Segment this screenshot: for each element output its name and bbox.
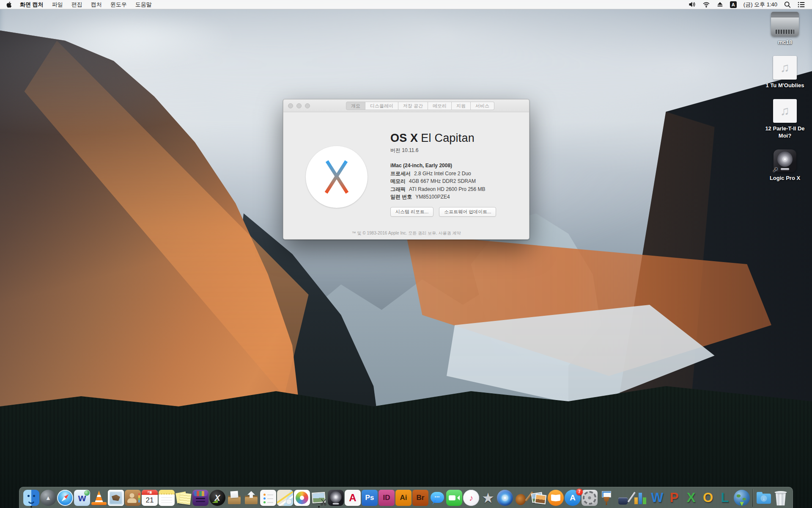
dock-app-acrobat[interactable]: A <box>344 488 361 508</box>
vlc-icon <box>91 490 107 506</box>
dock-app-toast[interactable] <box>192 488 209 508</box>
menu-capture[interactable]: 캡처 <box>87 0 106 9</box>
x-glyph: X <box>214 493 220 503</box>
dock-app-garageband[interactable] <box>513 488 530 508</box>
spec-value: 2.8 GHz Intel Core 2 Duo <box>414 171 471 177</box>
notes-icon <box>159 490 175 506</box>
menu-edit[interactable]: 편집 <box>67 0 87 9</box>
dock-app-vlc[interactable] <box>91 488 107 508</box>
logic-pro-icon: ↗ <box>774 149 796 172</box>
input-source-menu[interactable]: A <box>727 0 740 9</box>
tab-memory[interactable]: 메모리 <box>428 102 452 110</box>
dock-app-safari[interactable] <box>57 488 74 508</box>
dock-app-itunes[interactable]: ♪ <box>463 488 480 508</box>
close-button[interactable] <box>288 103 293 108</box>
dock-app-quarkxpress[interactable]: X <box>209 488 226 508</box>
dock-app-reminders[interactable] <box>260 488 277 508</box>
dock-app-logic-pro[interactable] <box>327 488 344 508</box>
tab-displays[interactable]: 디스플레이 <box>365 102 398 110</box>
software-update-button[interactable]: 소프트웨어 업데이트... <box>439 207 496 217</box>
dock-app-w-globe[interactable]: w <box>74 488 91 508</box>
window-titlebar[interactable]: 개요 디스플레이 저장 공간 메모리 지원 서비스 <box>283 99 529 112</box>
dock-app-indesign[interactable]: ID <box>378 488 395 508</box>
dock-app-photoshop[interactable]: Ps <box>361 488 378 508</box>
dock-app-lync[interactable]: L <box>716 488 733 508</box>
dock-app-imovie[interactable]: ★ <box>480 488 497 508</box>
zoom-button[interactable] <box>305 103 310 108</box>
menu-window[interactable]: 윈도우 <box>106 0 131 9</box>
tab-service[interactable]: 서비스 <box>471 102 494 110</box>
spotlight-menu[interactable] <box>781 0 794 9</box>
tab-support[interactable]: 지원 <box>452 102 471 110</box>
dock-app-finder[interactable] <box>23 488 40 508</box>
mail-icon <box>108 490 124 506</box>
menu-file[interactable]: 파일 <box>48 0 67 9</box>
id-glyph: ID <box>383 494 390 502</box>
dock-app-mail[interactable] <box>107 488 124 508</box>
dock-app-word[interactable]: W <box>649 488 666 508</box>
dock-app-system-preferences[interactable] <box>581 488 598 508</box>
desktop-icon-label: mc18 <box>759 39 811 46</box>
dock-app-ibooks[interactable] <box>547 488 564 508</box>
ai-glyph: Ai <box>400 494 407 502</box>
volume-menu[interactable] <box>685 0 699 9</box>
dock-downloads-folder[interactable]: ↓ <box>755 488 772 508</box>
tab-overview[interactable]: 개요 <box>346 102 365 110</box>
system-info-panel: OS XEl Capitan 버전 10.11.6 iMac (24-inch,… <box>390 132 524 217</box>
keynote-icon <box>598 490 614 506</box>
numbers-icon <box>632 490 648 506</box>
desktop-icon-mc18[interactable]: mc18 <box>759 12 811 46</box>
dock-app-screen-capture[interactable] <box>310 488 327 508</box>
dock-app-archive-pack[interactable] <box>243 488 260 508</box>
system-report-button[interactable]: 시스템 리포트... <box>390 207 433 217</box>
dock-app-illustrator[interactable]: Ai <box>395 488 412 508</box>
dock-app-photos[interactable] <box>294 488 310 508</box>
dock-app-calendar[interactable]: 7월21 <box>141 488 158 508</box>
notification-center-menu[interactable] <box>794 0 809 9</box>
dock-app-messages[interactable]: ••• <box>429 488 446 508</box>
spec-label: 프로세서 <box>390 171 411 177</box>
wifi-menu[interactable] <box>699 0 713 9</box>
dock-app-outlook[interactable]: O <box>700 488 716 508</box>
dock-app-bridge[interactable]: Br <box>412 488 429 508</box>
tab-storage[interactable]: 저장 공간 <box>398 102 428 110</box>
dock-app-powerpoint[interactable]: P <box>666 488 683 508</box>
dock-app-stickies[interactable] <box>175 488 192 508</box>
dock-app-archive-open[interactable] <box>226 488 243 508</box>
dock-app-excel[interactable]: X <box>683 488 700 508</box>
dock-app-contacts[interactable] <box>124 488 141 508</box>
desktop-icon-audio-file-2[interactable]: ♫ 12 Parle-T-Il De Moi? <box>759 99 811 140</box>
garageband-icon <box>514 490 530 506</box>
dock-app-notes[interactable] <box>158 488 175 508</box>
download-arrow-glyph: ↓ <box>761 495 767 502</box>
powerpoint-icon: P <box>666 490 682 506</box>
dock-app-pages[interactable] <box>615 488 632 508</box>
trash-icon <box>773 490 789 506</box>
apple-menu[interactable] <box>0 0 16 9</box>
minimize-button[interactable] <box>296 103 302 108</box>
dock-app-launchpad[interactable]: ▲ <box>40 488 57 508</box>
menu-app-name[interactable]: 화면 캡처 <box>16 0 48 9</box>
dock-app-maps[interactable] <box>277 488 294 508</box>
dock-app-idvd[interactable] <box>497 488 513 508</box>
about-window-body: OS XEl Capitan 버전 10.11.6 iMac (24-inch,… <box>283 112 529 240</box>
dock-separator <box>752 489 753 507</box>
toast-icon <box>192 490 208 506</box>
dock-app-facetime[interactable] <box>446 488 463 508</box>
dock-app-app-store[interactable]: A7 <box>564 488 581 508</box>
dock-app-numbers[interactable] <box>632 488 649 508</box>
dock-app-web-downloader[interactable]: ▼ <box>733 488 750 508</box>
notification-badge: 7 <box>576 489 583 495</box>
desktop-icon-logic-pro-alias[interactable]: ↗ Logic Pro X <box>759 149 811 182</box>
dock: ▲ w 7월21 X A Ps ID Ai Br ••• ♪ ★ A7 W P … <box>19 487 793 508</box>
mac-model: iMac (24-inch, Early 2008) <box>390 162 524 170</box>
dock-trash[interactable] <box>772 488 789 508</box>
menu-help[interactable]: 도움말 <box>131 0 156 9</box>
dock-app-iphoto[interactable] <box>530 488 547 508</box>
desktop-icon-audio-file-1[interactable]: ♫ 1 Tu M'Oublies <box>759 56 811 89</box>
desktop-icon-column: mc18 ♫ 1 Tu M'Oublies ♫ 12 Parle-T-Il De… <box>759 12 811 191</box>
dock-app-keynote[interactable] <box>598 488 615 508</box>
eject-menu[interactable] <box>713 0 727 9</box>
menu-bar-clock[interactable]: (금) 오후 1:40 <box>740 1 781 8</box>
spec-memory: 메모리4GB 667 MHz DDR2 SDRAM <box>390 177 524 185</box>
